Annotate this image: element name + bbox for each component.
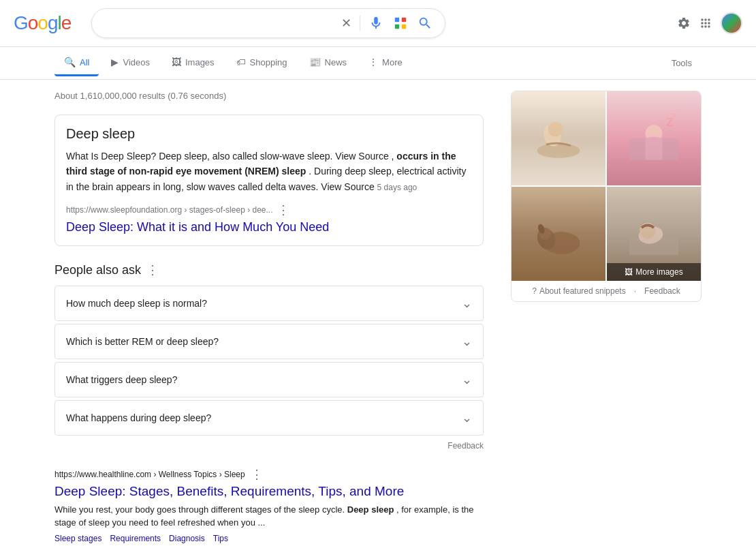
svg-point-6 (548, 122, 563, 137)
nav-tabs: 🔍 All ▶ Videos 🖼 Images 🏷 Shopping 📰 New… (0, 47, 756, 80)
paa-question-4: What happens during deep sleep? (66, 412, 211, 423)
clear-button[interactable]: ✕ (340, 14, 353, 32)
chevron-down-icon: ⌄ (462, 372, 472, 387)
snippet-options-icon[interactable]: ⋮ (277, 202, 289, 217)
sitelink-4[interactable]: Tips (213, 534, 228, 543)
images-tab-icon: 🖼 (172, 57, 181, 67)
news-tab-icon: 📰 (309, 57, 321, 67)
snippet-body-start: What Is Deep Sleep? Deep sleep, also cal… (66, 151, 394, 162)
result-snippet-start: While you rest, your body goes through d… (54, 504, 345, 515)
sitelink-3[interactable]: Diagnosis (169, 534, 205, 543)
svg-rect-3 (402, 25, 406, 29)
tab-shopping[interactable]: 🏷 Shopping (227, 50, 297, 76)
result-sitelinks-1: Sleep stages Requirements Diagnosis Tips (54, 534, 484, 543)
sitelink-2[interactable]: Requirements (110, 534, 161, 543)
logo-letter-g: G (14, 12, 28, 34)
search-bar: deep sleep ✕ (91, 8, 445, 38)
sidebar-image-2[interactable]: z z (607, 91, 701, 185)
sleeping-woman-icon (623, 203, 684, 264)
tab-images[interactable]: 🖼 Images (162, 50, 224, 76)
tab-news-label: News (325, 57, 347, 67)
paa-question-3: What triggers deep sleep? (66, 374, 177, 385)
search-tab-icon: 🔍 (64, 57, 76, 67)
snippet-url-text: https://www.sleepfoundation.org › stages… (66, 205, 273, 215)
images-grid: z z (511, 91, 701, 281)
sidebar-feedback-link[interactable]: Feedback (644, 286, 680, 296)
sidebar-feedback-label: Feedback (644, 286, 680, 296)
settings-button[interactable] (677, 16, 691, 30)
sidebar-column: z z (511, 91, 702, 546)
tab-news[interactable]: 📰 News (300, 50, 357, 76)
gear-icon (677, 16, 691, 30)
sidebar-image-3[interactable] (511, 187, 605, 281)
tab-all[interactable]: 🔍 All (54, 50, 99, 76)
results-column: About 1,610,000,000 results (0.76 second… (54, 91, 484, 546)
tab-shopping-label: Shopping (250, 57, 287, 67)
svg-text:z: z (671, 110, 676, 122)
snippet-title: Deep sleep (66, 126, 472, 142)
snippet-url: https://www.sleepfoundation.org › stages… (66, 202, 472, 217)
sidebar-image-4[interactable]: 🖼 More images (607, 187, 701, 281)
sidebar-image-1[interactable] (511, 91, 605, 185)
more-images-label: More images (635, 267, 682, 277)
snippet-body: What Is Deep Sleep? Deep sleep, also cal… (66, 149, 472, 194)
snippet-link[interactable]: Deep Sleep: What it is and How Much You … (66, 220, 472, 234)
organic-result-1: https://www.healthline.com › Wellness To… (54, 467, 484, 543)
featured-snippet: Deep sleep What Is Deep Sleep? Deep slee… (54, 115, 484, 246)
result-url-1: https://www.healthline.com › Wellness To… (54, 467, 484, 482)
result-options-icon[interactable]: ⋮ (251, 467, 263, 482)
snippet-meta: 5 days ago (377, 183, 418, 192)
more-images-overlay[interactable]: 🖼 More images (607, 263, 701, 281)
paa-item-3[interactable]: What triggers deep sleep? ⌄ (54, 362, 484, 397)
svg-rect-2 (395, 25, 399, 29)
sleeping-dog-icon (528, 203, 589, 264)
search-icon (418, 16, 432, 31)
sitelink-1[interactable]: Sleep stages (54, 534, 101, 543)
paa-item-2[interactable]: Which is better REM or deep sleep? ⌄ (54, 324, 484, 359)
grid-icon (699, 16, 712, 30)
sidebar-images: z z (511, 91, 702, 302)
about-snippets-label: About featured snippets (539, 286, 626, 296)
svg-point-4 (537, 143, 580, 158)
question-icon: ? (532, 286, 537, 296)
lens-button[interactable] (392, 14, 409, 32)
tab-more[interactable]: ⋮ More (359, 50, 412, 76)
logo-letter-e: e (61, 12, 72, 34)
voice-search-button[interactable] (367, 14, 385, 32)
shopping-tab-icon: 🏷 (236, 57, 246, 67)
paa-question-2: Which is better REM or deep sleep? (66, 336, 219, 347)
svg-rect-1 (402, 18, 406, 22)
chevron-down-icon: ⌄ (462, 334, 472, 349)
search-button[interactable] (416, 14, 434, 32)
clear-icon: ✕ (341, 16, 351, 31)
sleep-illustration-icon: z z (623, 108, 684, 169)
tab-videos-label: Videos (123, 57, 150, 67)
paa-options-icon[interactable]: ⋮ (146, 262, 159, 277)
result-link-1[interactable]: Deep Sleep: Stages, Benefits, Requiremen… (54, 483, 484, 500)
search-input[interactable]: deep sleep (103, 17, 334, 29)
results-count: About 1,610,000,000 results (0.76 second… (54, 91, 484, 101)
chevron-down-icon: ⌄ (462, 296, 472, 311)
about-snippets-link[interactable]: ? About featured snippets (532, 286, 625, 296)
account-button[interactable] (721, 12, 742, 34)
header-right (677, 12, 742, 34)
more-tab-icon: ⋮ (368, 57, 378, 67)
paa-header: People also ask ⋮ (54, 262, 484, 277)
chevron-down-icon: ⌄ (462, 410, 472, 425)
apps-button[interactable] (699, 16, 712, 30)
logo-letter-g2: g (48, 12, 58, 34)
paa-feedback[interactable]: Feedback (54, 441, 484, 451)
paa-question-1: How much deep sleep is normal? (66, 298, 207, 309)
search-icons: ✕ (340, 14, 434, 32)
paa-item-4[interactable]: What happens during deep sleep? ⌄ (54, 400, 484, 436)
paa-item-1[interactable]: How much deep sleep is normal? ⌄ (54, 286, 484, 321)
tab-videos[interactable]: ▶ Videos (101, 50, 159, 76)
logo-letter-o1: o (28, 12, 38, 34)
logo-letter-o2: o (37, 12, 48, 34)
result-url-text-1: https://www.healthline.com › Wellness To… (54, 470, 245, 479)
mic-icon (368, 16, 383, 31)
videos-tab-icon: ▶ (111, 57, 119, 67)
header: Google deep sleep ✕ (0, 0, 756, 47)
tools-button[interactable]: Tools (662, 51, 702, 75)
google-logo[interactable]: Google (14, 12, 71, 34)
